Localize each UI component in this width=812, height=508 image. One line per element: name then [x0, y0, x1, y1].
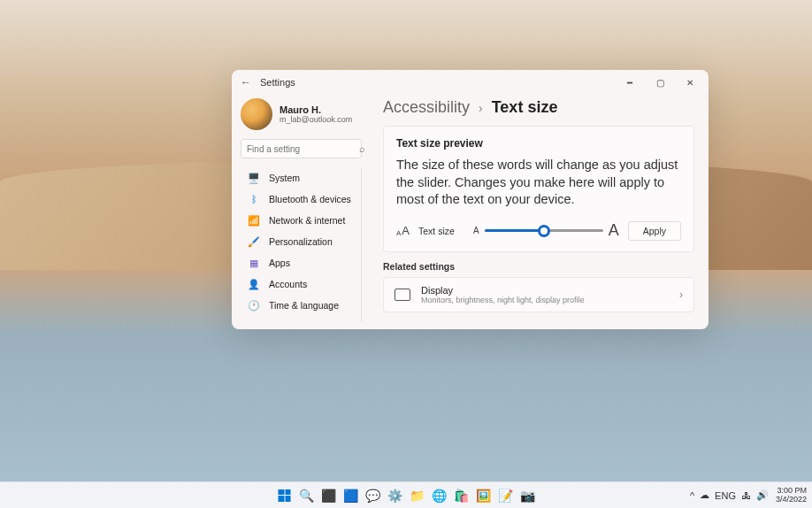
brush-icon: 🖌️: [248, 235, 260, 248]
edge-icon[interactable]: 🌐: [430, 486, 449, 505]
text-size-slider[interactable]: [485, 229, 603, 232]
back-button[interactable]: ←: [235, 72, 257, 93]
date: 3/4/2022: [776, 496, 807, 504]
search-input[interactable]: [247, 144, 359, 154]
volume-tray-icon[interactable]: 🔊: [756, 489, 769, 501]
language-indicator[interactable]: ENG: [715, 490, 736, 501]
nav-apps[interactable]: ▦Apps: [241, 252, 361, 273]
nav-accounts[interactable]: 👤Accounts: [241, 273, 361, 295]
preview-card: Text size preview The size of these word…: [383, 126, 694, 252]
store-icon[interactable]: 🛍️: [452, 486, 471, 505]
apply-button[interactable]: Apply: [628, 221, 681, 241]
network-icon: 📶: [248, 214, 260, 227]
search-icon: ⌕: [359, 143, 365, 154]
minimize-button[interactable]: ━: [615, 72, 645, 93]
camera-icon[interactable]: 📷: [518, 486, 538, 505]
display-desc: Monitors, brightness, night light, displ…: [421, 296, 669, 304]
related-heading: Related settings: [383, 261, 694, 272]
maximize-button[interactable]: ▢: [645, 72, 675, 93]
network-tray-icon[interactable]: 🖧: [741, 490, 751, 501]
clock[interactable]: 3:00 PM 3/4/2022: [776, 487, 807, 504]
settings-window: ← Settings ━ ▢ ✕ Mauro H. m_lab@outlook.…: [232, 70, 709, 329]
breadcrumb: Accessibility › Text size: [383, 98, 694, 117]
explorer-icon[interactable]: 📁: [408, 486, 427, 505]
taskbar-center: 🔍 ⬛ 🟦 💬 ⚙️ 📁 🌐 🛍️ 🖼️ 📝 📷: [275, 486, 538, 505]
start-button[interactable]: [275, 486, 295, 505]
preview-body: The size of these words will change as y…: [396, 157, 681, 209]
chevron-right-icon: ›: [679, 289, 683, 301]
a-big-icon: A: [609, 221, 619, 240]
nav-label: Network & internet: [269, 215, 345, 226]
profile-email: m_lab@outlook.com: [280, 115, 352, 124]
chevron-right-icon: ›: [479, 101, 483, 115]
app-title: Settings: [260, 77, 295, 88]
clock-icon: 🕐: [248, 299, 260, 312]
profile-name: Mauro H.: [280, 104, 352, 115]
bluetooth-icon: ᛒ: [248, 193, 260, 205]
nav-label: Gaming: [269, 321, 302, 322]
tray-chevron-icon[interactable]: ^: [690, 490, 694, 501]
onedrive-icon[interactable]: ☁: [700, 489, 709, 501]
slider-label: Text size: [418, 226, 464, 236]
sidebar: Mauro H. m_lab@outlook.com ⌕ 🖥️System ᛒB…: [232, 95, 369, 329]
chat-button[interactable]: 💬: [364, 486, 383, 505]
display-link-card[interactable]: Display Monitors, brightness, night ligh…: [383, 277, 694, 312]
nav-label: Apps: [269, 258, 290, 268]
display-title: Display: [421, 285, 669, 296]
nav-personalization[interactable]: 🖌️Personalization: [241, 231, 361, 252]
nav-label: Personalization: [269, 236, 333, 247]
nav-gaming[interactable]: 🎮Gaming: [241, 316, 361, 322]
nav-bluetooth[interactable]: ᛒBluetooth & devices: [241, 189, 361, 210]
nav-label: Bluetooth & devices: [269, 194, 351, 204]
taskbar: 🔍 ⬛ 🟦 💬 ⚙️ 📁 🌐 🛍️ 🖼️ 📝 📷 ^ ☁ ENG 🖧 🔊 3:0…: [0, 481, 812, 508]
nav-system[interactable]: 🖥️System: [241, 167, 361, 189]
settings-taskbar-icon[interactable]: ⚙️: [386, 486, 405, 505]
preview-heading: Text size preview: [396, 137, 681, 150]
slider-row: AA Text size A A Apply: [396, 221, 681, 241]
breadcrumb-parent[interactable]: Accessibility: [383, 98, 470, 117]
nav-network[interactable]: 📶Network & internet: [241, 210, 361, 231]
titlebar: ← Settings ━ ▢ ✕: [232, 70, 709, 95]
task-view-button[interactable]: ⬛: [319, 486, 339, 505]
system-icon: 🖥️: [248, 172, 260, 184]
accounts-icon: 👤: [248, 278, 260, 290]
widgets-button[interactable]: 🟦: [341, 486, 361, 505]
search-button[interactable]: 🔍: [297, 486, 317, 505]
system-tray: ^ ☁ ENG 🖧 🔊 3:00 PM 3/4/2022: [690, 487, 807, 504]
close-button[interactable]: ✕: [675, 72, 705, 93]
profile-block[interactable]: Mauro H. m_lab@outlook.com: [241, 95, 362, 139]
avatar: [241, 98, 272, 130]
nav-label: System: [269, 173, 300, 183]
nav-time[interactable]: 🕐Time & language: [241, 295, 361, 316]
gaming-icon: 🎮: [248, 320, 260, 322]
search-box[interactable]: ⌕: [241, 139, 362, 158]
main-content: Accessibility › Text size Text size prev…: [369, 95, 709, 329]
nav-label: Time & language: [269, 300, 339, 311]
breadcrumb-current: Text size: [492, 98, 558, 117]
apps-icon: ▦: [248, 257, 260, 269]
app-icon[interactable]: 🖼️: [474, 486, 494, 505]
nav-label: Accounts: [269, 279, 307, 289]
text-size-icon: AA: [396, 224, 410, 237]
notepad-icon[interactable]: 📝: [496, 486, 516, 505]
a-small-icon: A: [473, 226, 479, 235]
nav-list: 🖥️System ᛒBluetooth & devices 📶Network &…: [241, 167, 362, 322]
display-icon: [395, 289, 410, 301]
